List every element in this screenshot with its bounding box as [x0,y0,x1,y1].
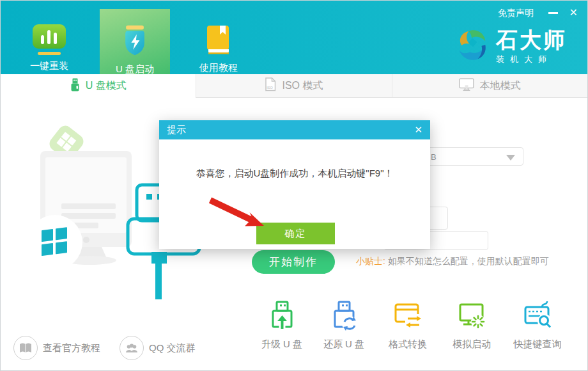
format-convert-icon [392,300,423,331]
tab-label: 本地模式 [480,79,521,93]
tip-text: 小贴士: 如果不知道怎么配置，使用默认配置即可 [356,256,549,267]
nav-item-one-key-reinstall[interactable]: 一键重装 [19,1,80,74]
tab-label: U 盘模式 [86,79,127,93]
book-icon [203,24,235,58]
brand-tagline: 装机大师 [496,54,567,65]
nav-label: 使用教程 [199,62,238,74]
tool-label: 升级 U 盘 [261,338,302,351]
dialog-close-icon[interactable]: ✕ [414,124,422,136]
close-button[interactable]: ✕ [569,6,578,19]
app-window: 一键重装 U 盘启动 [0,0,588,371]
usb-shield-icon [117,24,153,59]
dialog-titlebar: 提示 ✕ [159,120,430,139]
monitor-icon [459,78,474,94]
disclaimer-link[interactable]: 免责声明 [498,8,534,19]
tab-iso-mode[interactable]: ISO ISO 模式 [196,74,391,98]
iso-file-icon: ISO [265,77,276,94]
brand-text: 石大师 装机大师 [496,29,567,65]
qq-group-button[interactable]: QQ 交流群 [120,336,196,360]
helper-label: QQ 交流群 [149,342,196,354]
tool-label: 模拟启动 [453,338,491,351]
helper-label: 查看官方教程 [43,342,100,354]
tool-simulate-boot[interactable]: 模拟启动 [433,300,510,351]
dialog-title: 提示 [167,124,186,136]
header: 一键重装 U 盘启动 [1,1,587,74]
chevron-down-icon [506,155,515,161]
start-create-button[interactable]: 开始制作 [252,250,335,274]
tool-hotkey-query[interactable]: 快捷键查询 [499,300,576,351]
svg-text:ISO: ISO [267,86,274,90]
hotkey-query-icon [522,300,553,331]
simulate-boot-icon [456,300,487,331]
brand-logo-mark-icon [454,28,490,66]
people-group-icon [120,336,144,360]
tab-usb-mode[interactable]: U 盘模式 [1,74,196,98]
usb-drive-select-value: B [431,152,437,162]
brand-logo: 石大师 装机大师 [454,28,567,66]
official-tutorial-button[interactable]: 查看官方教程 [13,336,100,360]
open-book-icon [13,336,38,360]
bar-chart-icon [32,24,66,58]
tool-label: 还原 U 盘 [323,338,364,351]
nav-item-usb-boot-active[interactable]: U 盘启动 [100,9,170,74]
dialog-message: 恭喜您，启动U盘制作成功，本机启动键"F9"！ [159,168,430,180]
tab-label: ISO 模式 [282,79,323,93]
success-dialog: 提示 ✕ 恭喜您，启动U盘制作成功，本机启动键"F9"！ 确定 [159,120,430,249]
nav-item-tutorial[interactable]: 使用教程 [182,1,256,74]
minimize-button[interactable] [548,12,558,14]
nav-label: 一键重装 [30,60,68,72]
tool-label: 快捷键查询 [514,338,562,351]
brand-name: 石大师 [496,29,567,51]
usb-drive-icon [70,78,80,94]
mode-tabs: U 盘模式 ISO ISO 模式 本地模式 [1,74,587,98]
tool-label: 格式转换 [389,338,427,351]
upgrade-usb-icon [267,300,297,331]
tip-label: 小贴士: [356,256,385,266]
restore-usb-icon [329,300,359,331]
ok-button[interactable]: 确定 [256,223,335,244]
tab-local-mode[interactable]: 本地模式 [392,74,587,98]
